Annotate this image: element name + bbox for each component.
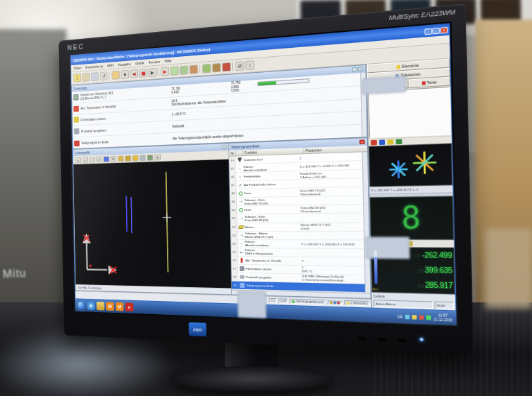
- stylus-icon-red[interactable]: [371, 140, 377, 146]
- zoom-out-icon[interactable]: −: [82, 157, 88, 163]
- printer-icon: [240, 275, 245, 279]
- graphics-window: Liniengrafik × + − ○ ✓: [73, 143, 232, 295]
- grid-view-icon[interactable]: [139, 155, 145, 161]
- menu-bearbeitung[interactable]: Bearbeitung: [85, 64, 103, 69]
- repeat-mode-icon[interactable]: [189, 64, 197, 74]
- element-icon: [396, 64, 400, 69]
- panel-close-icon[interactable]: ×: [360, 139, 365, 144]
- stylus-icon-green[interactable]: [396, 139, 402, 144]
- run-row-label: Akt. Temperatur in Variable: [80, 101, 172, 110]
- panel-close-icon[interactable]: ×: [358, 67, 364, 71]
- probe-icon[interactable]: [112, 71, 120, 80]
- stop-icon[interactable]: ■: [121, 70, 129, 79]
- explorer-folder-icon[interactable]: [96, 302, 104, 311]
- probe-view-icon[interactable]: [103, 156, 109, 162]
- tray-icon[interactable]: [426, 315, 431, 320]
- tray-icon[interactable]: [412, 314, 417, 319]
- circle-element-icon: [239, 208, 243, 212]
- bezel-button[interactable]: [378, 338, 387, 341]
- plane-element-icon: [238, 225, 244, 229]
- learn-mode-icon[interactable]: [170, 66, 179, 75]
- floor-patch: [485, 229, 532, 309]
- element-tools-icon[interactable]: [202, 64, 211, 74]
- info-icon[interactable]: i: [245, 60, 254, 70]
- move-icon: →: [236, 166, 244, 171]
- probe-status-icon: [346, 302, 349, 304]
- graphics-plot: [73, 160, 231, 289]
- open-program-icon[interactable]: [82, 73, 90, 82]
- tray-icon[interactable]: [419, 315, 424, 320]
- photo-scene: Mitu NEC MultiSync EA223WM intel GEOPAK …: [0, 0, 532, 396]
- element-view-icon[interactable]: [118, 155, 124, 162]
- stylus-view: [369, 143, 452, 187]
- stylus-icon-blue[interactable]: [379, 139, 385, 145]
- pdf-reader-icon[interactable]: A: [125, 302, 134, 311]
- tolerance-tools-icon[interactable]: [212, 63, 221, 73]
- temperature-value: 26.5: [373, 287, 379, 291]
- stylus-icon-yellow[interactable]: [387, 139, 393, 145]
- panel-close-icon[interactable]: ×: [222, 145, 227, 149]
- internet-explorer-icon[interactable]: e: [87, 302, 95, 310]
- mcosmos-app-icon[interactable]: M: [106, 302, 114, 311]
- program-row[interactable]: 52EbeneEbene Ø56-71.7 (52) (Lauf): [231, 223, 364, 232]
- menu-ausgabe[interactable]: Ausgabe: [118, 62, 131, 67]
- menu-datei[interactable]: Datei: [74, 66, 82, 70]
- close-button[interactable]: ×: [441, 26, 448, 33]
- run-row-label: Fühlerdaten setzen: [81, 113, 172, 122]
- select-icon[interactable]: ✓: [96, 156, 103, 162]
- sensor-icon: [73, 117, 79, 123]
- step-back-icon[interactable]: ◀: [130, 69, 139, 78]
- program-end-icon: [74, 140, 80, 146]
- temperature-gauge: 26.5: [371, 248, 380, 292]
- nec-monitor: NEC MultiSync EA223WM intel GEOPAK Win :…: [58, 3, 473, 355]
- bezel-button[interactable]: [397, 338, 406, 342]
- menu-grafik[interactable]: Grafik: [135, 61, 144, 66]
- printer-icon: [74, 128, 80, 135]
- menu-fenster[interactable]: Fenster: [148, 60, 160, 64]
- column-nr[interactable]: Nr.: [229, 150, 236, 156]
- graphics-canvas[interactable]: [73, 160, 231, 289]
- program-row[interactable]: 53⊣Toleranz - Ebene Ebene Ø56-71.7 (52): [231, 231, 364, 240]
- clock-time: 11:57: [438, 313, 447, 318]
- geopak-app-window: GEOPAK Win : Bedienoberfläche : [Teilepr…: [70, 23, 456, 311]
- mitutoyo-machine-label: Mitu: [3, 267, 27, 281]
- geopak-app-icon[interactable]: M: [116, 302, 124, 311]
- print-view-icon[interactable]: [147, 154, 153, 160]
- result-list[interactable]: [368, 87, 450, 138]
- label-view-icon[interactable]: [125, 155, 131, 162]
- undo-icon[interactable]: ↺: [100, 71, 107, 80]
- menu-hilfe[interactable]: Hilfe: [165, 59, 172, 64]
- edit-program-icon[interactable]: [180, 65, 188, 75]
- sensor-icon: [240, 266, 245, 271]
- dro-y-row: 88399.635: [380, 266, 452, 275]
- clock-icon[interactable]: Ø: [236, 61, 245, 71]
- taskbar-clock[interactable]: 11:57 21.12.2016: [433, 313, 454, 322]
- run-program-icon[interactable]: ▶: [161, 67, 169, 76]
- tolerance-icon: ⊣: [238, 233, 245, 238]
- maximize-button[interactable]: □: [432, 27, 440, 33]
- minimize-button[interactable]: –: [425, 28, 432, 34]
- program-row[interactable]: 51⊣Toleranz - Kreis Kreis Ø62.58 (43): [231, 214, 364, 223]
- num-lock-cell: NUM: [434, 302, 454, 310]
- run-panel-scrollbar[interactable]: [360, 73, 367, 137]
- rotate-view-icon[interactable]: ↻: [110, 155, 116, 162]
- axis-view-icon[interactable]: [132, 155, 139, 161]
- settings-view-icon[interactable]: ✎: [154, 154, 161, 160]
- bezel-button[interactable]: [357, 337, 366, 341]
- save-program-icon[interactable]: [91, 72, 98, 81]
- start-button[interactable]: [77, 300, 86, 310]
- step-mode-icon[interactable]: 1: [73, 74, 81, 83]
- status-zoom: 1:1: [269, 298, 277, 303]
- column-icon[interactable]: [236, 150, 243, 155]
- user-cell: Admin/Admin: [373, 300, 433, 309]
- tray-icon[interactable]: [405, 314, 410, 319]
- zoom-fit-icon[interactable]: ○: [89, 156, 96, 162]
- menu-mmi[interactable]: MMI: [107, 63, 114, 67]
- move-icon: ⇗: [236, 182, 244, 187]
- output-tools-icon[interactable]: [222, 62, 231, 72]
- step-forward-icon[interactable]: ▶: [148, 68, 157, 77]
- panel-minimize-icon[interactable]: –: [352, 67, 357, 72]
- zoom-in-icon[interactable]: +: [75, 157, 81, 163]
- pause-icon[interactable]: ▮▮: [139, 69, 148, 78]
- language-indicator[interactable]: DE: [398, 314, 403, 319]
